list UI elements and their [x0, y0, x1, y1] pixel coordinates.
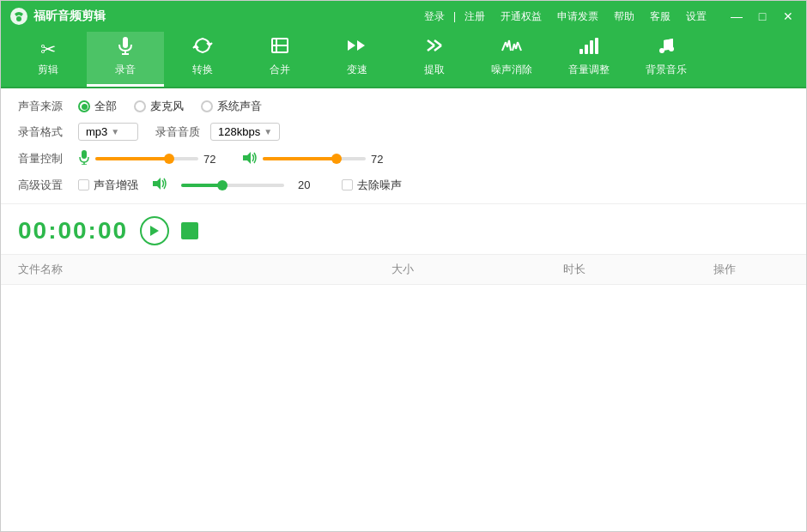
format-select-group: mp3 ▼ — [78, 123, 138, 141]
tool-edit-label: 剪辑 — [38, 63, 58, 77]
svg-marker-33 — [150, 226, 159, 236]
main-content: 声音来源 全部 麦克风 系统声音 — [1, 88, 806, 531]
source-all[interactable]: 全部 — [78, 99, 117, 114]
tool-bgmusic-label: 背景音乐 — [646, 63, 687, 77]
nav-help[interactable]: 帮助 — [610, 9, 638, 24]
edit-icon: ✂ — [40, 40, 56, 59]
convert-icon — [192, 35, 213, 59]
format-area: mp3 ▼ 录音音质 128kbps ▼ — [78, 123, 280, 141]
svg-rect-23 — [585, 45, 588, 54]
source-all-radio[interactable] — [78, 100, 90, 112]
tool-bgmusic[interactable]: 背景音乐 — [628, 32, 705, 87]
mic-volume-value: 72 — [203, 153, 225, 166]
format-row: 录音格式 mp3 ▼ 录音音质 128kbps ▼ — [18, 123, 789, 141]
svg-rect-28 — [82, 150, 87, 159]
tool-convert[interactable]: 转换 — [164, 32, 241, 87]
svg-rect-22 — [579, 49, 583, 54]
boost-slider[interactable] — [181, 184, 284, 187]
timer-display: 00:00:00 — [18, 217, 128, 245]
advanced-row: 高级设置 声音增强 — [18, 177, 789, 193]
tool-denoise[interactable]: 噪声消除 — [473, 32, 550, 87]
format-value: mp3 — [86, 125, 107, 138]
speaker-icon — [242, 151, 258, 167]
format-arrow-icon: ▼ — [111, 127, 119, 136]
tool-volume[interactable]: 音量调整 — [550, 32, 628, 87]
nav-service[interactable]: 客服 — [646, 9, 674, 24]
minimize-button[interactable]: — — [727, 7, 746, 26]
quality-select-group: 录音音质 128kbps ▼ — [155, 123, 280, 141]
svg-marker-31 — [243, 152, 251, 164]
stop-button[interactable] — [181, 222, 198, 239]
tool-volume-label: 音量调整 — [568, 63, 610, 77]
svg-marker-32 — [153, 178, 161, 190]
svg-line-13 — [434, 45, 441, 51]
record-controls: 00:00:00 — [1, 204, 806, 255]
toolbar: ✂ 剪辑 录音 转换 — [1, 32, 806, 88]
nav-settings[interactable]: 设置 — [683, 9, 710, 24]
close-button[interactable]: ✕ — [779, 7, 798, 26]
titlebar: 福昕音频剪辑 登录 | 注册 开通权益 申请发票 帮助 客服 设置 — □ ✕ — [1, 1, 806, 32]
tool-speed[interactable]: 变速 — [319, 32, 396, 87]
svg-line-10 — [428, 40, 434, 45]
quality-arrow-icon: ▼ — [264, 127, 272, 136]
nav-invoice[interactable]: 申请发票 — [554, 9, 602, 24]
tool-speed-label: 变速 — [347, 63, 367, 77]
record-icon — [115, 35, 136, 59]
app-logo — [9, 7, 28, 26]
source-sys[interactable]: 系统声音 — [201, 99, 262, 114]
svg-point-26 — [659, 48, 664, 53]
svg-marker-9 — [357, 40, 365, 51]
boost-checkbox[interactable] — [78, 179, 89, 190]
merge-icon — [270, 35, 290, 59]
boost-value: 20 — [298, 178, 319, 191]
nav-register[interactable]: 注册 — [461, 9, 488, 24]
tool-merge[interactable]: 合并 — [241, 32, 319, 87]
speaker-volume-value: 72 — [371, 153, 392, 166]
source-label: 声音来源 — [18, 99, 78, 114]
source-mic[interactable]: 麦克风 — [134, 99, 184, 114]
extract-icon — [424, 35, 445, 59]
advanced-label: 高级设置 — [18, 178, 78, 193]
volume-row: 音量控制 — [18, 149, 789, 168]
file-list-body — [1, 285, 806, 531]
denoise-checkbox[interactable] — [342, 179, 353, 190]
nav-login[interactable]: 登录 — [421, 9, 448, 24]
tool-record-label: 录音 — [115, 63, 136, 77]
tool-edit[interactable]: ✂ 剪辑 — [9, 32, 87, 87]
nav-premium[interactable]: 开通权益 — [497, 9, 545, 24]
volume-controls: 72 — [78, 149, 392, 168]
maximize-button[interactable]: □ — [753, 7, 772, 26]
boost-speaker-icon — [152, 177, 167, 193]
quality-value: 128kbps — [218, 125, 260, 138]
format-dropdown[interactable]: mp3 ▼ — [78, 123, 138, 141]
svg-rect-25 — [595, 38, 598, 54]
source-mic-radio[interactable] — [134, 100, 146, 112]
play-button[interactable] — [140, 216, 169, 245]
volume-icon — [578, 35, 600, 59]
mic-volume: 72 — [78, 149, 225, 168]
tool-record[interactable]: 录音 — [87, 32, 164, 87]
nav-sep1: | — [450, 10, 459, 22]
tool-extract[interactable]: 提取 — [396, 32, 473, 87]
file-list-header: 文件名称 大小 时长 操作 — [1, 255, 806, 285]
svg-line-21 — [518, 42, 521, 51]
col-duration: 时长 — [488, 262, 660, 277]
speaker-volume: 72 — [242, 151, 392, 167]
volume-label: 音量控制 — [18, 151, 78, 166]
denoise-checkbox-item[interactable]: 去除噪声 — [342, 178, 402, 193]
svg-point-1 — [16, 16, 21, 21]
boost-checkbox-item[interactable]: 声音增强 — [78, 178, 138, 193]
source-radio-group: 全部 麦克风 系统声音 — [78, 99, 262, 114]
svg-rect-2 — [123, 37, 128, 48]
window-controls: — □ ✕ — [727, 7, 798, 26]
quality-dropdown[interactable]: 128kbps ▼ — [210, 123, 280, 141]
boost-label: 声音增强 — [94, 178, 138, 193]
source-sys-radio[interactable] — [201, 100, 213, 112]
speaker-slider[interactable] — [263, 157, 366, 160]
svg-line-14 — [502, 42, 506, 51]
app-title: 福昕音频剪辑 — [33, 9, 421, 24]
file-list: 文件名称 大小 时长 操作 — [1, 255, 806, 531]
mic-slider[interactable] — [95, 157, 198, 160]
tool-merge-label: 合并 — [270, 63, 290, 77]
format-label: 录音格式 — [18, 124, 78, 140]
